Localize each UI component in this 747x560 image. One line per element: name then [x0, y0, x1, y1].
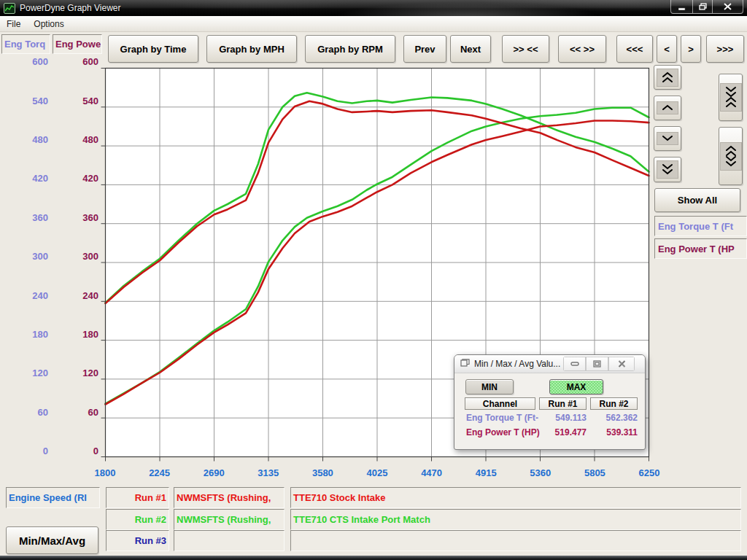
title-bar[interactable]: PowerDyne Graph Viewer: [0, 0, 747, 16]
minmax-avg-button[interactable]: Min/Max/Avg: [6, 526, 98, 554]
minmax-row-value-run2: 562.362: [590, 413, 638, 423]
y-tick-power: 300: [68, 251, 98, 262]
close-button[interactable]: [713, 0, 743, 14]
chevrons-collapse-vertical-icon: [720, 83, 742, 112]
chevron-down-icon: [657, 132, 678, 145]
legend-eng-torque[interactable]: Eng Torque T (Ft: [654, 216, 747, 236]
scroll-down-button[interactable]: [654, 126, 681, 151]
y-tick-torque: 300: [18, 251, 48, 262]
minmax-row-value-run1: 549.113: [539, 413, 587, 423]
zoom-in-x-button[interactable]: >> <<: [502, 35, 549, 63]
scroll-up-button[interactable]: [654, 96, 681, 120]
x-tick: 3580: [299, 467, 346, 479]
x-tick: 2690: [190, 467, 237, 479]
x-tick: 5360: [517, 467, 564, 479]
x-tick: 3135: [245, 467, 292, 479]
y-tick-power: 360: [68, 212, 98, 224]
menu-file[interactable]: File: [0, 18, 27, 31]
minimize-button[interactable]: [670, 0, 692, 14]
y-tick-torque: 480: [18, 134, 48, 146]
minmax-row-channel: Eng Power T (HP): [466, 427, 548, 438]
show-all-button[interactable]: Show All: [654, 188, 740, 212]
y-tick-power: 120: [68, 368, 98, 379]
x-tick: 4025: [354, 467, 400, 479]
run-description-field-3[interactable]: [290, 530, 741, 551]
y-tick-torque: 180: [18, 329, 48, 341]
channel-tab-label: Eng Torq: [4, 39, 45, 50]
y-tick-torque: 0: [18, 446, 48, 457]
y-tick-power: 540: [68, 96, 98, 107]
graph-by-rpm-button[interactable]: Graph by RPM: [305, 35, 395, 63]
x-tick: 2245: [136, 467, 183, 479]
max-toggle-button[interactable]: MAX: [549, 379, 603, 394]
run-label-box-3: Run #3: [106, 530, 169, 551]
channel-tab-eng-torque[interactable]: Eng Torq: [1, 34, 50, 54]
graph-by-time-button[interactable]: Graph by Time: [108, 35, 198, 63]
min-toggle-button[interactable]: MIN: [465, 379, 514, 394]
y-tick-torque: 120: [18, 368, 48, 379]
x-tick: 4915: [462, 467, 509, 479]
scroll-right-button[interactable]: >: [681, 35, 701, 63]
x-tick: 5805: [571, 467, 618, 479]
run-operator-field-2[interactable]: NWMSFTS (Rushing,: [174, 509, 285, 530]
minmax-row-channel: Eng Torque T (Ft-: [466, 413, 548, 423]
run-label-box-1: Run #1: [106, 487, 169, 508]
run-operator-field-3[interactable]: [174, 530, 285, 551]
legend-label: Eng Torque T (Ft: [658, 221, 733, 232]
maximize-restore-button[interactable]: [692, 0, 713, 14]
chevron-up-icon: [657, 101, 678, 114]
y-tick-power: 60: [68, 407, 98, 419]
minmax-window-title-bar[interactable]: Min / Max / Avg Valu...: [454, 355, 645, 373]
zoom-out-x-button[interactable]: << >>: [558, 35, 606, 63]
y-tick-power: 480: [68, 134, 98, 146]
window-title: PowerDyne Graph Viewer: [20, 3, 121, 13]
run-description-field-1[interactable]: TTE710 Stock Intake: [290, 487, 741, 508]
scroll-left-button[interactable]: <: [657, 35, 677, 63]
next-button[interactable]: Next: [450, 35, 491, 63]
collapse-vertical-button[interactable]: [719, 74, 743, 121]
chevrons-expand-vertical-icon: [720, 142, 742, 171]
minmax-maximize-button[interactable]: [586, 357, 608, 371]
scroll-far-right-button[interactable]: >>>: [706, 35, 744, 63]
scroll-top-button[interactable]: [654, 65, 681, 90]
y-tick-power: 240: [68, 290, 98, 302]
minmax-column-run1[interactable]: Run #1: [539, 397, 587, 410]
channel-tab-label: Eng Powe: [55, 39, 101, 50]
minmax-window-title: Min / Max / Avg Valu...: [474, 359, 560, 369]
x-axis-channel-label: Engine Speed (RI: [9, 492, 87, 503]
taskbar-edge: [0, 556, 747, 560]
menu-bar: File Options: [0, 16, 747, 32]
x-tick: 4470: [409, 467, 455, 479]
minmax-minimize-button[interactable]: [563, 357, 586, 371]
y-tick-torque: 360: [18, 212, 48, 224]
graph-by-mph-button[interactable]: Graph by MPH: [206, 35, 297, 63]
x-tick: 1800: [82, 467, 128, 479]
minmax-values-window[interactable]: Min / Max / Avg Valu... MIN MAX Channel …: [454, 354, 646, 450]
y-tick-torque: 540: [18, 96, 48, 107]
powerdyne-app-window: PowerDyne Graph Viewer File Options Eng …: [0, 0, 747, 560]
menu-options[interactable]: Options: [27, 18, 70, 31]
y-tick-torque: 600: [18, 56, 48, 68]
expand-vertical-button[interactable]: [719, 127, 743, 185]
x-axis-channel-box[interactable]: Engine Speed (RI: [6, 487, 100, 508]
y-tick-torque: 60: [18, 407, 48, 419]
minmax-window-icon: [460, 359, 470, 369]
run-description-field-2[interactable]: TTE710 CTS Intake Port Match: [290, 509, 741, 530]
scroll-bottom-button[interactable]: [654, 157, 681, 182]
legend-label: Eng Power T (HP: [658, 244, 735, 254]
prev-button[interactable]: Prev: [403, 35, 446, 63]
minmax-row-value-run1: 519.477: [539, 427, 587, 438]
legend-eng-power[interactable]: Eng Power T (HP: [654, 238, 747, 259]
channel-tab-eng-power[interactable]: Eng Powe: [53, 34, 102, 54]
minmax-row-value-run2: 539.311: [590, 427, 638, 438]
scroll-far-left-button[interactable]: <<<: [616, 35, 653, 63]
y-tick-power: 420: [68, 173, 98, 184]
minmax-close-button[interactable]: [608, 357, 635, 371]
y-tick-torque: 420: [18, 173, 48, 184]
minmax-column-channel[interactable]: Channel: [465, 397, 535, 410]
minmax-column-run2[interactable]: Run #2: [590, 397, 638, 410]
y-tick-power: 600: [68, 56, 98, 68]
run-operator-field-1[interactable]: NWMSFTS (Rushing,: [174, 487, 285, 508]
x-tick: 6250: [626, 467, 673, 479]
y-tick-torque: 240: [18, 290, 48, 302]
